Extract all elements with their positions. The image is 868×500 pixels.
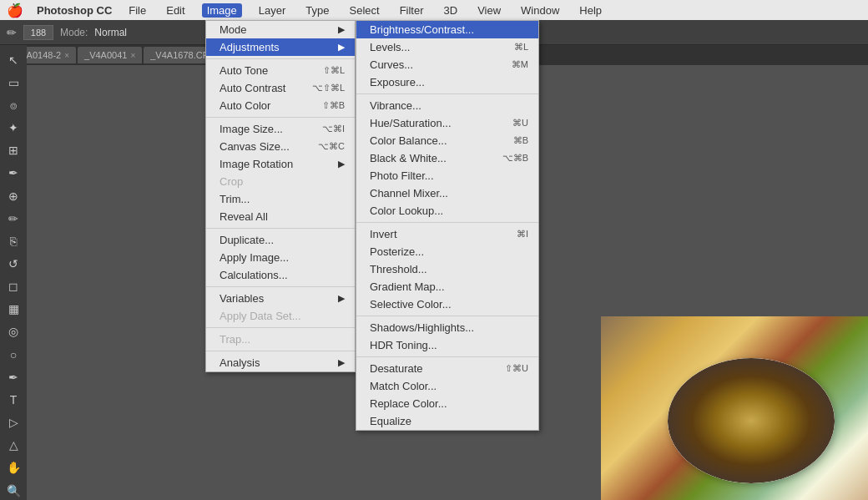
menu-item-auto-tone[interactable]: Auto Tone ⇧⌘L — [206, 62, 355, 79]
menu-3d[interactable]: 3D — [441, 4, 462, 17]
menu-edit[interactable]: Edit — [163, 4, 188, 17]
menu-item-label: Calculations... — [220, 269, 288, 281]
menu-item-mode[interactable]: Mode ▶ — [206, 21, 355, 38]
lasso-tool[interactable]: ⌾ — [3, 95, 23, 114]
shortcut-label: ⌘B — [513, 135, 528, 146]
menu-item-hue-saturation[interactable]: Hue/Saturation... ⌘U — [356, 114, 538, 132]
eraser-tool[interactable]: ◻ — [3, 277, 23, 296]
menu-item-trim[interactable]: Trim... — [206, 190, 355, 208]
menu-item-selective-color[interactable]: Selective Color... — [356, 295, 538, 313]
menu-item-shadows-highlights[interactable]: Shadows/Highlights... — [356, 319, 538, 336]
menu-item-duplicate[interactable]: Duplicate... — [206, 231, 355, 249]
menu-separator — [206, 228, 355, 229]
menu-separator — [356, 316, 538, 316]
menu-item-label: Auto Contrast — [220, 82, 286, 94]
tab-close-icon[interactable]: × — [64, 51, 69, 60]
move-tool[interactable]: ↖ — [3, 50, 23, 69]
submenu-arrow-icon: ▶ — [338, 293, 345, 304]
brush-tool[interactable]: ✏ — [3, 209, 23, 228]
menu-item-threshold[interactable]: Threshold... — [356, 260, 538, 278]
menu-select[interactable]: Select — [346, 4, 382, 17]
menu-item-match-color[interactable]: Match Color... — [356, 377, 538, 395]
menu-filter[interactable]: Filter — [396, 4, 427, 17]
menu-separator — [206, 286, 355, 287]
menu-item-desaturate[interactable]: Desaturate ⇧⌘U — [356, 360, 538, 377]
menu-item-image-size[interactable]: Image Size... ⌥⌘I — [206, 120, 355, 138]
menu-item-channel-mixer[interactable]: Channel Mixer... — [356, 184, 538, 202]
menu-image[interactable]: Image — [202, 3, 242, 18]
menu-file[interactable]: File — [125, 4, 149, 17]
history-brush-tool[interactable]: ↺ — [3, 254, 23, 273]
hand-tool[interactable]: ✋ — [3, 458, 23, 477]
shortcut-label: ⇧⌘U — [505, 363, 528, 374]
menu-item-replace-color[interactable]: Replace Color... — [356, 395, 538, 412]
blur-tool[interactable]: ◎ — [3, 322, 23, 341]
menu-item-variables[interactable]: Variables ▶ — [206, 290, 355, 307]
menu-layer[interactable]: Layer — [255, 4, 290, 17]
menu-item-label: Curves... — [370, 58, 413, 71]
pen-tool[interactable]: ✒ — [3, 367, 23, 386]
shortcut-label: ⌘M — [512, 59, 528, 70]
menu-item-label: Image Size... — [220, 123, 283, 135]
submenu-arrow-icon: ▶ — [338, 42, 345, 53]
shortcut-label: ⌥⌘C — [318, 141, 345, 152]
menu-item-brightness-contrast[interactable]: Brightness/Contrast... — [356, 21, 538, 38]
magic-wand-tool[interactable]: ✦ — [3, 118, 23, 137]
menu-item-auto-color[interactable]: Auto Color ⇧⌘B — [206, 97, 355, 114]
menu-help[interactable]: Help — [576, 4, 605, 17]
brush-size-input[interactable]: 188 — [23, 25, 53, 40]
menu-item-label: Replace Color... — [370, 397, 447, 410]
menu-item-label: Selective Color... — [370, 298, 452, 311]
shortcut-label: ⌘U — [512, 118, 528, 129]
menu-item-reveal-all[interactable]: Reveal All — [206, 208, 355, 225]
menu-type[interactable]: Type — [302, 4, 332, 17]
menu-item-vibrance[interactable]: Vibrance... — [356, 97, 538, 114]
menu-item-canvas-size[interactable]: Canvas Size... ⌥⌘C — [206, 138, 355, 155]
menu-window[interactable]: Window — [517, 4, 563, 17]
menu-item-hdr-toning[interactable]: HDR Toning... — [356, 336, 538, 354]
menu-separator — [356, 356, 538, 357]
healing-tool[interactable]: ⊕ — [3, 186, 23, 205]
menu-item-color-lookup[interactable]: Color Lookup... — [356, 202, 538, 220]
menu-item-calculations[interactable]: Calculations... — [206, 266, 355, 284]
menu-item-photo-filter[interactable]: Photo Filter... — [356, 167, 538, 184]
menu-item-apply-image[interactable]: Apply Image... — [206, 249, 355, 266]
eyedropper-tool[interactable]: ✒ — [3, 164, 23, 183]
gradient-tool[interactable]: ▦ — [3, 300, 23, 319]
menu-item-black-white[interactable]: Black & White... ⌥⌘B — [356, 149, 538, 167]
shortcut-label: ⇧⌘B — [322, 100, 345, 111]
clone-tool[interactable]: ⎘ — [3, 231, 23, 250]
path-selection-tool[interactable]: ▷ — [3, 413, 23, 432]
menu-item-analysis[interactable]: Analysis ▶ — [206, 354, 355, 371]
menu-item-equalize[interactable]: Equalize — [356, 412, 538, 430]
menu-item-exposure[interactable]: Exposure... — [356, 73, 538, 91]
menu-item-label: Trap... — [220, 333, 250, 346]
zoom-tool[interactable]: 🔍 — [3, 481, 23, 500]
tab-v4a0041[interactable]: _V4A0041 × — [78, 47, 142, 63]
menu-item-color-balance[interactable]: Color Balance... ⌘B — [356, 132, 538, 149]
menu-item-label: Gradient Map... — [370, 280, 445, 293]
crop-tool[interactable]: ⊞ — [3, 141, 23, 160]
menu-item-auto-contrast[interactable]: Auto Contrast ⌥⇧⌘L — [206, 79, 355, 97]
selection-tool[interactable]: ▭ — [3, 73, 23, 92]
apple-menu[interactable]: 🍎 — [7, 3, 23, 18]
brush-icon: ✏ — [7, 26, 17, 39]
menu-item-label: Reveal All — [220, 210, 268, 223]
app-name[interactable]: Photoshop CC — [37, 4, 112, 17]
menu-item-gradient-map[interactable]: Gradient Map... — [356, 278, 538, 295]
menu-item-image-rotation[interactable]: Image Rotation ▶ — [206, 155, 355, 173]
menu-item-adjustments[interactable]: Adjustments ▶ — [206, 38, 355, 56]
shortcut-label: ⌥⌘B — [502, 153, 528, 164]
menu-view[interactable]: View — [474, 4, 504, 17]
type-tool[interactable]: T — [3, 390, 23, 409]
dodge-tool[interactable]: ○ — [3, 345, 23, 364]
menu-item-posterize[interactable]: Posterize... — [356, 243, 538, 260]
tab-close-icon[interactable]: × — [130, 51, 135, 60]
mode-value[interactable]: Normal — [94, 27, 127, 38]
menu-item-apply-data-set: Apply Data Set... — [206, 307, 355, 325]
menu-separator — [356, 93, 538, 94]
menu-item-levels[interactable]: Levels... ⌘L — [356, 38, 538, 56]
menu-item-curves[interactable]: Curves... ⌘M — [356, 56, 538, 73]
menu-item-invert[interactable]: Invert ⌘I — [356, 225, 538, 243]
shape-tool[interactable]: △ — [3, 436, 23, 455]
